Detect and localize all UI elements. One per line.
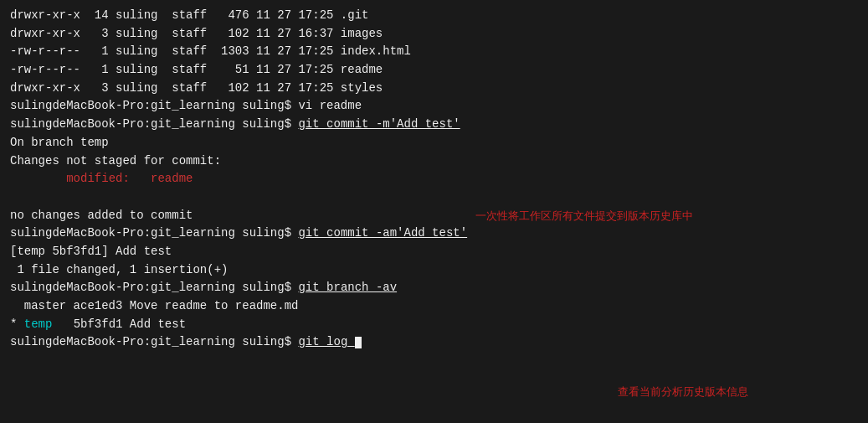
no-changes-line: no changes added to commit	[10, 207, 858, 225]
file-listing-git: drwxr-xr-x 14 suling staff 476 11 27 17:…	[10, 7, 858, 25]
annotation-git-log: 查看当前分析历史版本信息	[618, 384, 748, 400]
file-changed: 1 file changed, 1 insertion(+)	[10, 261, 858, 280]
git-commit-am-underline: git commit -am'Add test'	[298, 226, 467, 240]
annotation-commit-all: 一次性将工作区所有文件提交到版本历史库中	[475, 208, 693, 224]
modified-label: modified: readme	[66, 172, 193, 185]
branch-current-line: * temp 5bf3fd1 Add test	[10, 316, 858, 334]
terminal: drwxr-xr-x 14 suling staff 476 11 27 17:…	[0, 0, 868, 423]
git-commit-am-command: sulingdeMacBook-Pro:git_learning suling$…	[10, 224, 858, 243]
file-listing-styles: drwxr-xr-x 3 suling staff 102 11 27 17:2…	[10, 80, 858, 98]
git-log-underline: git log	[298, 335, 354, 348]
empty-line	[10, 188, 858, 207]
file-listing-images: drwxr-xr-x 3 suling staff 102 11 27 16:3…	[10, 25, 858, 44]
branch-master: master ace1ed3 Move readme to readme.md	[10, 297, 858, 316]
file-listing-readme: -rw-r--r-- 1 suling staff 51 11 27 17:25…	[10, 61, 858, 80]
git-log-command: sulingdeMacBook-Pro:git_learning suling$…	[10, 333, 858, 352]
git-commit-m-command: sulingdeMacBook-Pro:git_learning suling$…	[10, 116, 858, 134]
vi-command: sulingdeMacBook-Pro:git_learning suling$…	[10, 97, 858, 116]
on-branch-temp: On branch temp	[10, 134, 858, 152]
commit-result: [temp 5bf3fd1] Add test	[10, 243, 858, 261]
current-branch-name: temp	[24, 317, 53, 331]
changes-not-staged: Changes not staged for commit:	[10, 152, 858, 171]
terminal-cursor	[355, 337, 362, 348]
file-listing-index: -rw-r--r-- 1 suling staff 1303 11 27 17:…	[10, 43, 858, 61]
git-branch-av-underline: git branch -av	[298, 281, 397, 294]
git-branch-av-command: sulingdeMacBook-Pro:git_learning suling$…	[10, 279, 858, 297]
git-commit-m-underline: git commit -m'Add test'	[298, 117, 460, 131]
modified-line: modified: readme	[10, 170, 858, 188]
